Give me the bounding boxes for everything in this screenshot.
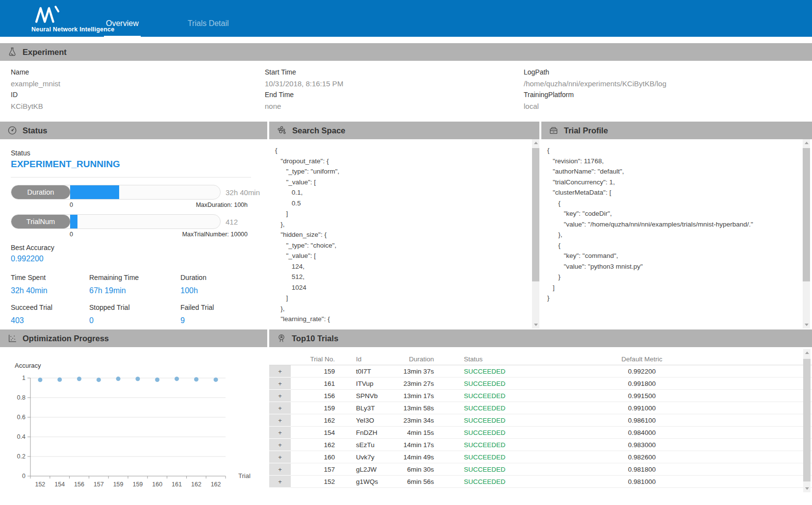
scroll-down-arrow[interactable] [803,484,811,492]
json-line: 1024 [275,282,530,293]
trial-profile-section-title: Trial Profile [564,126,608,135]
cell-id: YeI3O [335,414,399,427]
expand-plus-icon: + [278,441,282,449]
tab-trials-detail[interactable]: Trials Detail [186,19,231,37]
progress-value: 412 [226,218,238,226]
expand-cell[interactable]: + [269,390,291,402]
cell-duration: 6min 30s [399,463,434,476]
cell-status: SUCCEEDED [434,365,583,378]
stat-label: Time Spent [11,272,89,283]
progress-minmax: 0MaxDuration: 100h [70,202,248,208]
table-row[interactable]: +162sEzTu14min 17sSUCCEEDED0.983000 [269,439,812,451]
cell-id: gL2JW [335,463,399,476]
progress-max-label: MaxTrialNumber: 10000 [182,231,248,238]
scroll-thumb[interactable] [803,359,811,481]
y-tick-label: 1 [22,375,25,381]
cell-filler [701,476,812,488]
cell-trial-no: 157 [291,463,335,476]
top10-body: +159t0I7T13min 37sSUCCEEDED0.992200+161I… [269,365,812,488]
cell-duration: 4min 15s [399,427,434,439]
cell-default-metric: 0.982600 [583,451,701,463]
cell-filler [701,390,812,402]
cell-filler [701,439,812,451]
scatter-point [135,377,140,381]
cell-default-metric: 0.983000 [583,439,701,451]
json-line: }, [275,219,530,230]
cell-id: Uvk7y [335,451,399,463]
stat-label: Remaining Time [89,272,180,283]
cell-id: FnDZH [335,427,399,439]
json-line: { [547,240,802,251]
status-section-title: Status [23,126,47,135]
scatter-point [194,377,199,381]
stat-item: Time Spent32h 40min [11,272,89,295]
json-line: 512, [275,272,530,282]
table-row[interactable]: +162YeI3O23min 34sSUCCEEDED0.986100 [269,414,812,427]
progress-max-label: MaxDuration: 100h [196,202,248,208]
cell-default-metric: 0.981000 [583,476,701,488]
json-line: "_value": [ [275,177,530,188]
stat-value: 32h 40min [11,286,89,295]
scroll-down-arrow[interactable] [803,321,810,328]
expand-cell[interactable]: + [269,427,291,438]
scatter-point [97,378,101,382]
scroll-down-arrow[interactable] [532,321,539,328]
stat-value: 9 [180,316,267,325]
trial-profile-scrollbar[interactable] [803,139,810,328]
expand-cell[interactable]: + [269,463,291,475]
x-tick-label: 154 [54,481,65,488]
cell-filler [701,365,812,378]
scroll-thumb[interactable] [532,148,539,281]
progress-label-chip: Duration [11,185,70,199]
json-line: "key": "codeDir", [547,208,802,219]
status-panel: Status Status EXPERIMENT_RUNNING Duratio… [0,122,267,328]
scatter-point [38,378,42,382]
tab-overview[interactable]: Overview [104,19,141,37]
cell-status: SUCCEEDED [434,476,583,488]
stat-label: Stopped Trial [89,302,180,313]
y-axis-title: Accuracy [15,362,41,369]
expand-cell[interactable]: + [269,451,291,463]
column-header: Status [434,353,583,365]
status-bars: Duration32h 40min0MaxDuration: 100hTrial… [11,185,267,238]
table-row[interactable]: +161ITVup23min 27sSUCCEEDED0.991800 [269,378,812,390]
search-space-section-header: Search Space [269,122,539,139]
table-row[interactable]: +156SPNVb13min 17sSUCCEEDED0.991500 [269,390,812,402]
table-row[interactable]: +157gL2JW6min 30sSUCCEEDED0.981800 [269,463,812,476]
expand-cell[interactable]: + [269,439,291,451]
trial-profile-json: { "revision": 11768, "authorName": "defa… [541,139,812,303]
scroll-up-arrow[interactable] [803,139,810,147]
cell-id: SPNVb [335,390,399,402]
stat-label: Succeed Trial [11,302,89,313]
progress-row: Duration32h 40min [11,185,267,200]
top10-scrollbar[interactable] [803,349,811,492]
table-row[interactable]: +154FnDZH4min 15sSUCCEEDED0.984000 [269,427,812,439]
top10-section-header: Top10 Trials [269,329,812,347]
table-row[interactable]: +152g1WQs6min 56sSUCCEEDED0.981000 [269,476,812,488]
top10-panel: Top10 Trials Trial No.IdDurationStatusDe… [269,329,812,505]
scroll-up-arrow[interactable] [532,139,539,147]
expand-plus-icon: + [278,429,282,436]
json-line: "_type": "choice", [275,240,530,251]
json-line: { [275,145,530,156]
x-tick-label: 156 [74,481,84,488]
expand-cell[interactable]: + [269,476,291,487]
scroll-thumb[interactable] [803,148,810,281]
cell-status: SUCCEEDED [434,463,583,476]
table-row[interactable]: +159t0I7T13min 37sSUCCEEDED0.992200 [269,365,812,378]
expand-cell[interactable]: + [269,414,291,426]
search-space-scrollbar[interactable] [532,139,539,328]
expand-cell[interactable]: + [269,365,291,377]
experiment-section-title: Experiment [23,48,67,57]
expand-cell[interactable]: + [269,402,291,414]
cell-trial-no: 152 [291,476,335,488]
brand-title: Neural Network Intelligence [31,26,114,33]
progress-label-chip: TrialNum [11,215,70,228]
table-row[interactable]: +159BLy3T13min 58sSUCCEEDED0.991000 [269,402,812,414]
table-row[interactable]: +160Uvk7y14min 49sSUCCEEDED0.982600 [269,451,812,463]
molecule-icon [276,125,287,136]
search-space-section-title: Search Space [292,126,345,135]
scatter-point [77,377,81,381]
expand-cell[interactable]: + [269,378,291,389]
scroll-up-arrow[interactable] [803,349,811,357]
